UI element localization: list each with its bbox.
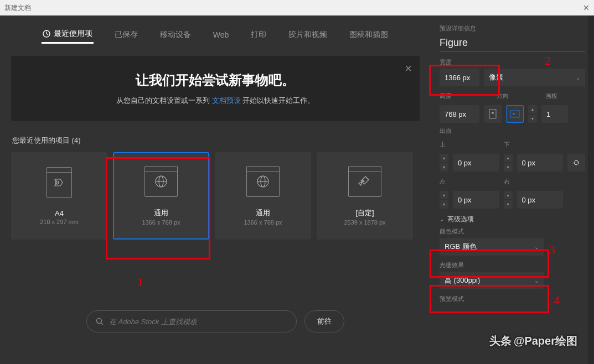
annotation-label-1: 1 <box>137 275 143 289</box>
globe-icon <box>246 166 280 197</box>
title-bar: 新建文档 ✕ <box>0 0 594 15</box>
preset-card-web-2[interactable]: 通用 1366 x 768 px <box>215 152 311 240</box>
hero-title: 让我们开始尝试新事物吧。 <box>31 71 400 89</box>
tab-saved[interactable]: 已保存 <box>113 25 139 44</box>
color-mode-select[interactable]: RGB 颜色⌄ <box>440 238 544 256</box>
chevron-down-icon: ⌄ <box>534 244 539 250</box>
artboard-count[interactable]: 1 <box>541 105 568 123</box>
category-tabs: 最近使用项 已保存 移动设备 Web 打印 胶片和视频 图稿和插图 <box>0 15 431 49</box>
bleed-bottom[interactable]: 0 px <box>517 154 564 171</box>
chevron-down-icon: ⌄ <box>534 278 539 284</box>
link-icon[interactable] <box>567 154 585 171</box>
svg-line-10 <box>101 323 103 325</box>
tab-web[interactable]: Web <box>212 25 230 44</box>
tab-print[interactable]: 打印 <box>250 25 267 44</box>
search-row: 前往 <box>11 310 420 332</box>
pencil-ruler-icon <box>348 166 381 197</box>
chevron-down-icon: ⌄ <box>576 75 580 81</box>
clock-icon <box>43 30 50 38</box>
preset-link[interactable]: 文档预设 <box>212 96 241 105</box>
svg-point-12 <box>492 112 494 114</box>
preset-card-web-1[interactable]: 通用 1366 x 768 px <box>113 152 209 240</box>
width-field[interactable]: 1366 px <box>440 69 479 86</box>
annotation-label-4: 4 <box>554 293 560 308</box>
search-pill[interactable] <box>86 310 297 332</box>
doc-icon <box>47 167 72 198</box>
go-button[interactable]: 前往 <box>304 310 344 332</box>
tab-mobile[interactable]: 移动设备 <box>159 25 192 44</box>
annotation-label-3: 3 <box>549 242 555 257</box>
raster-select[interactable]: 高 (300ppi)⌄ <box>440 272 544 289</box>
watermark: 头条 @Paper绘图 <box>489 334 577 349</box>
svg-point-9 <box>97 319 102 324</box>
search-input[interactable] <box>109 318 287 326</box>
tab-recent[interactable]: 最近使用项 <box>42 25 94 44</box>
bleed-top[interactable]: 0 px <box>453 154 499 171</box>
details-label: 预设详细信息 <box>440 24 585 33</box>
hero-close-icon[interactable]: × <box>405 61 412 76</box>
hero-subtitle: 从您自己的文档设置或一系列 文档预设 开始以快速开始工作。 <box>31 96 400 106</box>
preset-details-panel: 预设详细信息 宽度 1366 px 像素⌄ 高度 方向 画板 768 px ▲▼… <box>431 15 594 364</box>
preset-name-input[interactable] <box>440 35 585 51</box>
artboard-stepper[interactable]: ▲▼ <box>528 105 537 123</box>
svg-line-8 <box>366 178 369 180</box>
tab-art[interactable]: 图稿和插图 <box>348 25 389 44</box>
search-icon <box>96 318 104 325</box>
orientation-portrait[interactable] <box>484 105 502 123</box>
unit-select[interactable]: 像素⌄ <box>484 69 585 86</box>
tab-film[interactable]: 胶片和视频 <box>287 25 328 44</box>
height-field[interactable]: 768 px <box>440 105 479 123</box>
bleed-left[interactable]: 0 px <box>453 191 499 209</box>
preset-card-a4[interactable]: A4 210 x 297 mm <box>11 152 107 240</box>
window-title: 新建文档 <box>4 3 31 13</box>
annotation-label-2: 2 <box>545 54 551 68</box>
orientation-landscape[interactable] <box>506 105 524 123</box>
recent-label: 您最近使用的项目 (4) <box>12 136 419 145</box>
close-icon[interactable]: ✕ <box>583 3 590 12</box>
recent-cards: A4 210 x 297 mm 通用 1366 x 768 px 通用 1366… <box>0 152 431 240</box>
chevron-down-icon: ⌄ <box>440 216 444 222</box>
bleed-right[interactable]: 0 px <box>517 191 564 209</box>
scrollbar-gutter[interactable] <box>588 15 594 364</box>
advanced-toggle[interactable]: ⌄高级选项 <box>440 215 585 224</box>
preset-card-custom[interactable]: [自定] 2539 x 1878 px <box>317 152 413 240</box>
hero-banner: × 让我们开始尝试新事物吧。 从您自己的文档设置或一系列 文档预设 开始以快速开… <box>11 56 420 121</box>
globe-icon <box>144 166 178 197</box>
left-panel: 最近使用项 已保存 移动设备 Web 打印 胶片和视频 图稿和插图 × 让我们开… <box>0 15 431 364</box>
svg-point-14 <box>513 113 515 115</box>
